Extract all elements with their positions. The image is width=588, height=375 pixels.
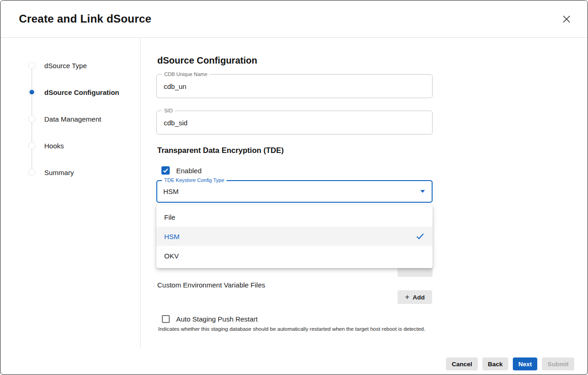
- custom-env-add-button[interactable]: + Add: [398, 290, 432, 304]
- cdb-unique-name-field: CDB Unique Name: [156, 74, 433, 98]
- menu-item-okv[interactable]: OKV: [156, 246, 433, 265]
- plus-icon: +: [405, 293, 410, 301]
- cdb-unique-name-input[interactable]: [157, 82, 432, 90]
- tde-section-heading: Transparent Data Encryption (TDE): [157, 146, 284, 155]
- step-circle-icon: [28, 142, 36, 149]
- auto-staging-label: Auto Staging Push Restart: [176, 315, 258, 323]
- auto-staging-description: Indicates whether this staging database …: [158, 326, 435, 332]
- tde-enabled-row: Enabled: [161, 166, 202, 175]
- step-label: Data Management: [44, 115, 101, 123]
- auto-staging-checkbox[interactable]: [162, 315, 170, 323]
- step-label: Summary: [44, 169, 74, 176]
- sid-label: SID: [162, 107, 175, 114]
- sid-input[interactable]: [157, 119, 432, 127]
- back-button[interactable]: Back: [482, 357, 508, 370]
- tde-enabled-label: Enabled: [176, 167, 202, 175]
- auto-staging-push-restart-row: Auto Staging Push Restart: [162, 315, 258, 323]
- submit-button[interactable]: Submit: [542, 357, 574, 370]
- close-icon: [562, 14, 571, 24]
- close-button[interactable]: [560, 12, 573, 25]
- dialog-title: Create and Link dSource: [19, 12, 151, 25]
- menu-item-hsm[interactable]: HSM: [156, 227, 433, 246]
- tde-keystore-config-type-select[interactable]: TDE Keystore Config Type HSM: [156, 180, 433, 203]
- create-and-link-dsource-dialog: Create and Link dSource dSource Type dSo…: [0, 0, 588, 375]
- step-label: dSource Configuration: [44, 88, 119, 96]
- tde-keystore-selected-value: HSM: [157, 188, 178, 195]
- cancel-button[interactable]: Cancel: [446, 357, 477, 370]
- tde-keystore-dropdown-menu: File HSM OKV: [156, 205, 433, 268]
- step-label: Hooks: [44, 142, 64, 150]
- menu-item-label: OKV: [164, 252, 179, 260]
- selected-check-icon: [416, 233, 424, 240]
- menu-item-label: HSM: [164, 233, 179, 240]
- custom-env-variable-files-label: Custom Environment Variable Files: [157, 281, 265, 289]
- step-circle-active-icon: [28, 88, 36, 96]
- panel-divider: [140, 38, 141, 347]
- cdb-unique-name-label: CDB Unique Name: [162, 71, 210, 77]
- step-circle-icon: [28, 115, 36, 123]
- add-button-label: Add: [413, 294, 425, 301]
- dialog-footer: Cancel Back Next Submit: [446, 357, 574, 370]
- check-icon: [162, 167, 169, 174]
- sid-field: SID: [156, 111, 433, 135]
- step-circle-icon: [28, 62, 36, 69]
- step-circle-icon: [28, 169, 36, 176]
- page-title: dSource Configuration: [157, 55, 257, 66]
- chevron-down-icon: [420, 190, 432, 193]
- stepper-connector-line: [31, 69, 32, 176]
- next-button[interactable]: Next: [513, 357, 537, 370]
- tde-keystore-config-type-label: TDE Keystore Config Type: [162, 177, 226, 183]
- menu-item-file[interactable]: File: [156, 207, 433, 227]
- tde-enabled-checkbox[interactable]: [161, 166, 170, 175]
- menu-item-label: File: [164, 213, 175, 221]
- step-label: dSource Type: [44, 62, 87, 70]
- dialog-header: Create and Link dSource: [0, 0, 588, 38]
